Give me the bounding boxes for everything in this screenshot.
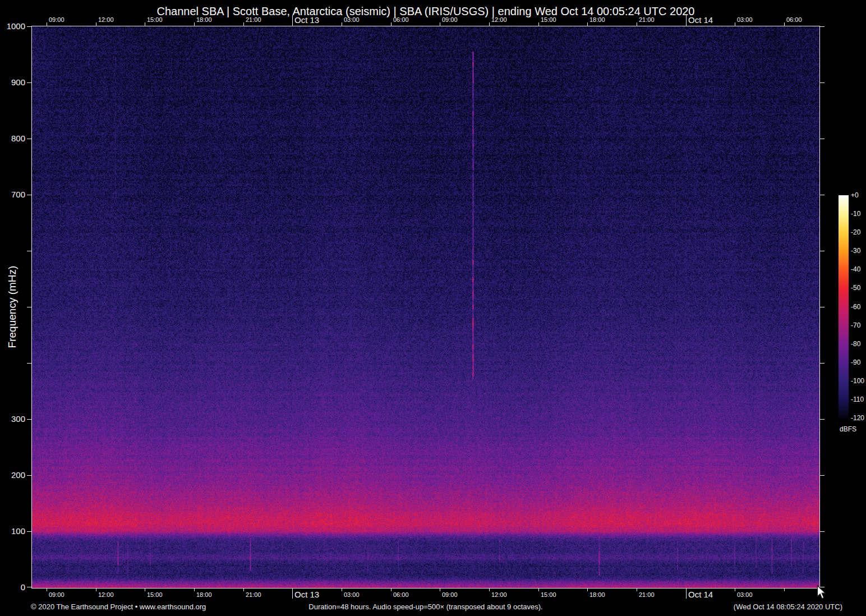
time-tick-label: 09:00 <box>442 16 458 23</box>
colorbar-tick-label: -60 <box>851 303 860 311</box>
time-tick <box>145 22 145 26</box>
bottom-time-axis: 09:0012:0015:0018:0021:00Oct 1303:0006:0… <box>32 588 819 600</box>
time-tick <box>784 588 785 591</box>
time-tick-label: 12:00 <box>98 591 114 598</box>
freq-tick-label: 100 <box>11 526 25 536</box>
colorbar-tick-label: -30 <box>851 247 860 255</box>
time-tick-label: 18:00 <box>196 16 212 23</box>
time-tick-label: 06:00 <box>786 16 802 23</box>
freq-tick <box>819 307 824 307</box>
time-tick <box>243 588 244 591</box>
time-tick <box>342 588 342 591</box>
freq-tick-label: 0 <box>21 582 25 592</box>
time-tick <box>587 588 588 591</box>
freq-tick <box>819 139 824 139</box>
freq-tick-label: 900 <box>11 77 25 87</box>
time-tick-label: 09:00 <box>49 16 65 23</box>
time-tick-label: 15:00 <box>147 591 163 598</box>
colorbar-tick-label: -90 <box>851 358 860 366</box>
freq-tick <box>819 195 824 195</box>
footer-timestamp: (Wed Oct 14 08:05:24 2020 UTC) <box>617 603 842 611</box>
time-tick <box>735 588 735 591</box>
freq-tick <box>27 531 32 532</box>
time-tick <box>686 588 687 599</box>
time-tick <box>735 22 735 26</box>
freq-tick <box>819 475 824 476</box>
freq-tick <box>27 419 32 420</box>
freq-tick <box>27 475 32 476</box>
colorbar-tick-label: -40 <box>851 265 860 273</box>
time-tick <box>292 588 293 599</box>
time-tick-label: Oct 14 <box>688 590 713 599</box>
colorbar-unit-label: dBFS <box>837 425 859 433</box>
freq-tick-label: 700 <box>11 190 25 199</box>
time-tick-label: 21:00 <box>246 16 261 23</box>
freq-tick-label: 1000 <box>7 21 25 31</box>
colorbar-tick-label: +0 <box>851 191 859 199</box>
frequency-axis-title: Frequency (mHz) <box>6 266 19 348</box>
time-tick <box>342 22 342 26</box>
time-tick-label: 06:00 <box>393 16 409 23</box>
colorbar-tick-label: -10 <box>851 210 860 218</box>
time-tick-label: Oct 13 <box>294 15 319 25</box>
time-tick <box>391 588 391 591</box>
time-tick-label: 18:00 <box>196 591 212 598</box>
colorbar-tick-label: -110 <box>851 396 864 403</box>
mouse-cursor <box>817 585 828 601</box>
freq-tick <box>819 82 824 83</box>
freq-tick <box>27 587 32 587</box>
time-tick <box>194 588 195 591</box>
time-tick <box>686 15 687 26</box>
time-tick <box>637 588 637 591</box>
time-tick-label: 12:00 <box>98 16 114 23</box>
time-tick <box>489 588 490 591</box>
freq-tick <box>819 251 824 251</box>
colorbar-tick-label: -50 <box>851 284 860 292</box>
time-tick <box>194 22 195 26</box>
freq-tick-label: 200 <box>11 470 25 480</box>
time-tick <box>96 588 96 591</box>
frequency-axis-ticks-left <box>27 26 32 587</box>
time-tick-label: 12:00 <box>491 591 507 598</box>
time-tick <box>440 22 440 26</box>
time-tick-label: 18:00 <box>589 591 605 598</box>
time-tick-label: 21:00 <box>639 591 655 598</box>
colorbar-gradient <box>839 195 849 418</box>
freq-tick <box>27 195 32 195</box>
time-tick <box>489 22 490 26</box>
top-time-axis: 09:0012:0015:0018:0021:00Oct 1303:0006:0… <box>32 15 819 26</box>
time-tick-label: 03:00 <box>737 591 753 598</box>
freq-tick <box>27 82 32 83</box>
time-tick-label: Oct 13 <box>294 590 319 599</box>
time-tick-label: 03:00 <box>344 591 360 598</box>
time-tick <box>587 22 588 26</box>
time-tick <box>47 22 47 26</box>
time-tick-label: 15:00 <box>147 16 163 23</box>
spectrogram-plot <box>31 26 820 589</box>
time-tick <box>784 22 785 26</box>
freq-tick <box>819 531 824 532</box>
time-tick-label: 03:00 <box>344 16 360 23</box>
colorbar-tick-label: -70 <box>851 321 860 329</box>
freq-tick <box>819 419 824 420</box>
time-tick <box>47 588 47 591</box>
freq-tick <box>27 307 32 307</box>
time-tick-label: 21:00 <box>639 16 655 23</box>
time-tick <box>391 22 391 26</box>
time-tick-label: 15:00 <box>541 591 556 598</box>
colorbar-tick-label: -120 <box>851 414 864 422</box>
freq-tick <box>819 363 824 364</box>
freq-tick <box>27 363 32 364</box>
spectrogram-canvas <box>32 26 819 588</box>
time-tick <box>440 588 440 591</box>
colorbar-tick-label: -80 <box>851 340 860 348</box>
time-tick <box>538 22 539 26</box>
frequency-axis-ticks-right <box>819 26 824 587</box>
time-tick-label: 09:00 <box>49 591 65 598</box>
freq-tick <box>27 26 32 27</box>
time-tick <box>243 22 244 26</box>
freq-tick-label: 300 <box>11 414 25 424</box>
time-tick <box>538 588 539 591</box>
freq-tick <box>27 251 32 251</box>
spectrogram-app: Channel SBA | Scott Base, Antarctica (se… <box>0 0 866 616</box>
